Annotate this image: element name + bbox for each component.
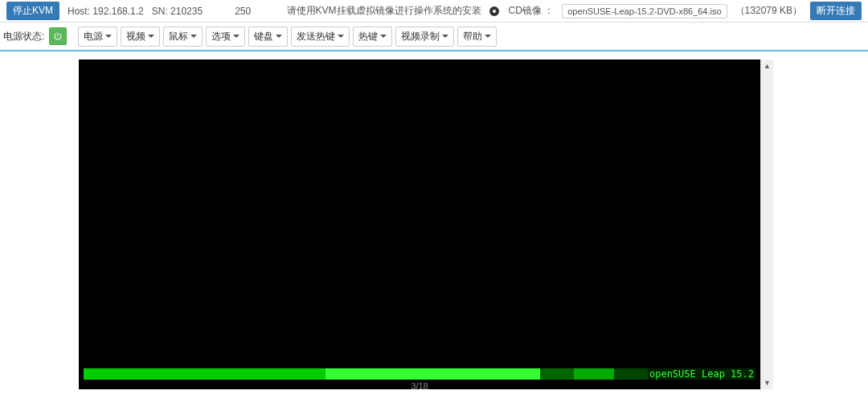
record-icon	[489, 6, 499, 16]
console-screen[interactable]: openSUSE Leap 15.2	[79, 60, 760, 389]
instruction-text: 请使用KVM挂载虚拟镜像进行操作系统的安装	[287, 4, 481, 18]
num-label: 250	[235, 6, 251, 17]
host-label: Host: 192.168.1.2	[68, 6, 144, 17]
power-toggle-button[interactable]	[49, 27, 67, 45]
sn-label: SN: 210235	[152, 6, 203, 17]
stop-kvm-button[interactable]: 停止KVM	[6, 2, 59, 20]
menu-power[interactable]: 电源	[78, 27, 117, 47]
cd-label: CD镜像 ：	[509, 4, 555, 18]
progress-chunk	[326, 368, 541, 380]
scroll-down-icon[interactable]: ▼	[763, 378, 772, 388]
vertical-scrollbar[interactable]: ▲ ▼	[760, 60, 773, 389]
scroll-up-icon[interactable]: ▲	[763, 61, 772, 71]
caret-icon	[485, 35, 491, 38]
menu-mouse[interactable]: 鼠标	[163, 27, 203, 47]
progress-chunk	[574, 368, 614, 380]
power-status-label: 电源状态:	[3, 30, 44, 43]
menu-keyboard[interactable]: 键盘	[248, 27, 288, 47]
progress-chunk	[84, 368, 326, 380]
progress-chunk	[614, 368, 648, 380]
power-icon	[53, 31, 63, 41]
caret-icon	[338, 35, 344, 38]
menu-video[interactable]: 视频	[121, 27, 160, 47]
caret-icon	[276, 35, 282, 38]
menu-hotkey[interactable]: 热键	[353, 27, 392, 47]
os-name-label: openSUSE Leap 15.2	[649, 368, 754, 380]
caret-icon	[233, 35, 240, 38]
caret-icon	[380, 35, 387, 38]
toolbar: 电源状态: 电源 视频 鼠标 选项 键盘 发送热键 热键 视频录制 帮助	[0, 23, 868, 51]
top-bar: 停止KVM Host: 192.168.1.2 SN: 210235 250 请…	[0, 0, 868, 23]
console-area: openSUSE Leap 15.2 3/18 ▲ ▼	[0, 51, 868, 389]
menu-send-hotkey[interactable]: 发送热键	[291, 27, 350, 47]
menu-options[interactable]: 选项	[206, 27, 245, 47]
menu-help[interactable]: 帮助	[457, 27, 497, 47]
menu-video-record[interactable]: 视频录制	[395, 27, 454, 47]
caret-icon	[105, 35, 112, 38]
caret-icon	[442, 35, 448, 38]
iso-select[interactable]: openSUSE-Leap-15.2-DVD-x86_64.iso	[562, 4, 727, 18]
caret-icon	[190, 35, 197, 38]
progress-chunk	[540, 368, 574, 380]
iso-size: （132079 KB）	[735, 4, 802, 18]
disconnect-button[interactable]: 断开连接	[810, 2, 862, 20]
caret-icon	[148, 35, 154, 38]
page-indicator: 3/18	[411, 381, 428, 389]
